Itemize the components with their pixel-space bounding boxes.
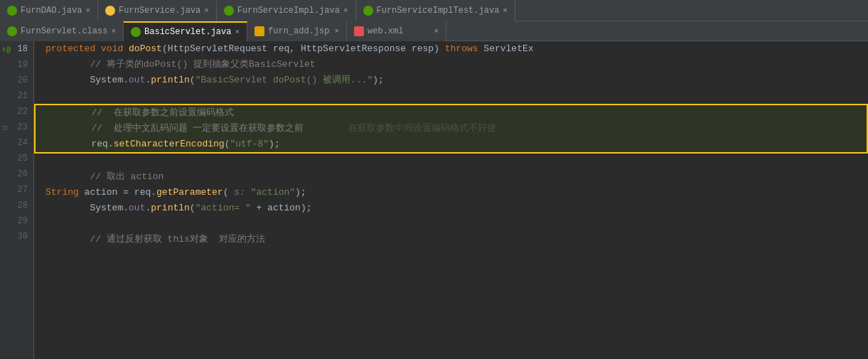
method-println-28: println xyxy=(151,200,190,216)
line-num-24: 24 xyxy=(0,135,33,151)
line-num-18: ⬆@ 18 xyxy=(0,41,33,57)
tab-icon-furnservlet xyxy=(7,26,17,36)
keyword-protected: protected xyxy=(45,41,95,57)
bottom-tab-bar: FurnServlet.class × BasicServlet.java × … xyxy=(0,21,868,41)
line-num-26: 26 xyxy=(0,166,33,182)
line-num-27: 27 xyxy=(0,182,33,198)
tab-close-furnserviceimpl[interactable]: × xyxy=(343,6,348,15)
line-number-gutter: ⬆@ 18 19 20 21 22 ▢ 23 24 25 26 27 28 29… xyxy=(0,41,34,359)
string-24: "utf-8" xyxy=(230,136,269,152)
code-line-27: String action = req.getParameter( s: "ac… xyxy=(34,185,868,200)
code-line-19: // 将子类的doPost() 提到抽象父类BasicServlet xyxy=(34,57,868,73)
highlight-block: // 在获取参数之前设置编码格式 // 处理中文乱码问题 一定要设置在获取参数之… xyxy=(34,104,868,154)
string-28: "action= " xyxy=(195,200,251,216)
code-line-26: // 取出 action xyxy=(34,169,868,185)
tab-icon-furnadd xyxy=(254,26,264,36)
code-line-18: protected void doPost(HttpServletRequest… xyxy=(34,41,868,57)
tab-icon-basicservlet xyxy=(131,27,141,37)
line-num-21: 21 xyxy=(0,88,33,104)
tab-icon-furnserviceimpl xyxy=(224,6,234,16)
tab-close-furnadd[interactable]: × xyxy=(334,27,339,36)
comment-22: // 在获取参数之前设置编码格式 xyxy=(47,105,234,121)
keyword-throws: throws xyxy=(445,41,478,57)
tab-label-furnserviceimpl: FurnServiceImpl.java xyxy=(237,6,340,16)
tab-furnservlet[interactable]: FurnServlet.class × xyxy=(0,21,124,41)
tab-close-furndao[interactable]: × xyxy=(85,6,90,15)
comment-26: // 取出 action xyxy=(45,169,164,185)
code-line-21 xyxy=(34,88,868,104)
line-num-19: 19 xyxy=(0,57,33,73)
tab-furnserviceimpl[interactable]: FurnServiceImpl.java × xyxy=(217,0,356,21)
tab-close-webxml[interactable]: × xyxy=(434,27,439,36)
line-num-25: 25 xyxy=(0,151,33,166)
tab-icon-furnserviceimpltest xyxy=(363,6,373,16)
tab-label-basicservlet: BasicServlet.java xyxy=(144,27,231,37)
tab-label-furnadd: furn_add.jsp xyxy=(268,26,329,36)
keyword-void: void xyxy=(101,41,123,57)
tab-label-furnservice: FurnService.java xyxy=(119,6,200,16)
tab-furndao[interactable]: FurnDAO.java × xyxy=(0,0,98,21)
code-line-24: req.setCharacterEncoding("utf-8"); xyxy=(36,136,867,152)
tab-webxml[interactable]: web.xml × xyxy=(347,21,446,41)
line-num-22: 22 xyxy=(0,104,33,119)
string-27: "action" xyxy=(251,185,295,200)
method-getparameter: getParameter xyxy=(156,185,223,200)
code-line-22: // 在获取参数之前设置编码格式 xyxy=(36,105,867,121)
tab-basicservlet[interactable]: BasicServlet.java × xyxy=(124,21,247,41)
method-setcharacterencoding: setCharacterEncoding xyxy=(114,136,225,152)
tab-furnservice[interactable]: FurnService.java × xyxy=(98,0,217,21)
line-num-29: 29 xyxy=(0,213,33,229)
code-line-25 xyxy=(34,154,868,169)
tab-icon-furndao xyxy=(7,6,17,16)
fold-icon-23[interactable]: ▢ xyxy=(3,124,6,132)
keyword-string: String xyxy=(45,185,79,200)
out-keyword-28: out xyxy=(129,200,145,216)
comment-30: // 通过反射获取 this对象 对应的方法 xyxy=(45,232,265,247)
tab-label-furndao: FurnDAO.java xyxy=(21,6,82,16)
code-line-23: // 处理中文乱码问题 一定要设置在获取参数之前 在获取参数中间设置编码格式不好… xyxy=(36,121,867,136)
tab-close-furnserviceimpltest[interactable]: × xyxy=(503,6,508,15)
line-num-20: 20 xyxy=(0,73,33,88)
tab-icon-furnservice xyxy=(105,6,115,16)
hint-param-s: s: xyxy=(228,185,250,200)
top-tab-bar: FurnDAO.java × FurnService.java × FurnSe… xyxy=(0,0,868,21)
code-line-20: System.out.println("BasicServlet doPost(… xyxy=(34,73,868,88)
tab-furnserviceimpltest[interactable]: FurnServiceImplTest.java × xyxy=(356,0,515,21)
code-line-29 xyxy=(34,216,868,232)
line-num-28: 28 xyxy=(0,198,33,213)
string-20: "BasicServlet doPost() 被调用..." xyxy=(195,73,373,88)
line-num-23: ▢ 23 xyxy=(0,119,33,135)
line-num-30: 30 xyxy=(0,229,33,245)
breakpoint-arrow-icon: ⬆@ xyxy=(1,45,11,54)
tab-icon-webxml xyxy=(354,26,364,36)
code-content[interactable]: protected void doPost(HttpServletRequest… xyxy=(34,41,868,359)
comment-23: // 处理中文乱码问题 一定要设置在获取参数之前 xyxy=(47,121,304,136)
tab-label-furnserviceimpltest: FurnServiceImplTest.java xyxy=(377,6,500,16)
tab-label-furnservlet: FurnServlet.class xyxy=(21,26,107,36)
tab-close-basicservlet[interactable]: × xyxy=(235,28,240,36)
tab-label-webxml: web.xml xyxy=(368,26,403,36)
code-line-30: // 通过反射获取 this对象 对应的方法 xyxy=(34,232,868,247)
comment-19: // 将子类的doPost() 提到抽象父类BasicServlet xyxy=(45,57,316,73)
code-line-28: System.out.println("action= " + action); xyxy=(34,200,868,216)
tab-furnadd[interactable]: furn_add.jsp × xyxy=(247,21,347,41)
editor-area: ⬆@ 18 19 20 21 22 ▢ 23 24 25 26 27 28 29… xyxy=(0,41,868,359)
out-keyword-20: out xyxy=(129,73,145,88)
tab-close-furnservice[interactable]: × xyxy=(204,6,209,15)
method-println-20: println xyxy=(151,73,190,88)
method-dopost: doPost xyxy=(129,41,162,57)
tab-close-furnservlet[interactable]: × xyxy=(111,27,116,36)
